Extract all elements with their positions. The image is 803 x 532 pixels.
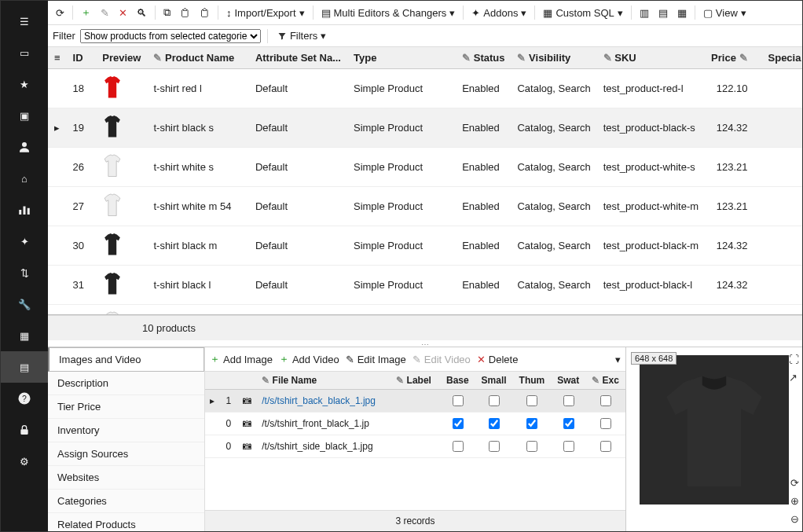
house-icon[interactable]: ⌂ [1,163,48,194]
col-header[interactable]: Type [347,47,456,69]
add-video-btn[interactable]: ＋ Add Video [279,352,339,366]
clipboard-icon[interactable]: 📋︎ [177,6,193,20]
fullscreen-icon[interactable]: ⛶ [789,354,799,365]
delete-icon[interactable]: ✕ [116,6,130,20]
checkbox[interactable] [526,418,537,429]
checkbox[interactable] [600,418,611,429]
table-row[interactable]: 31t-shirt black lDefaultSimple ProductEn… [48,266,802,305]
image-preview[interactable] [640,355,789,504]
import-export-btn[interactable]: ↕ Import/Export ▾ [223,6,308,20]
media-col-header[interactable]: Thum [513,372,552,390]
detail-tab[interactable]: Tier Price [48,395,204,419]
col-header[interactable]: Preview [96,47,147,69]
svg-rect-6 [20,429,28,435]
addons-btn[interactable]: ✦ Addons ▾ [468,6,530,20]
lock-icon[interactable] [1,414,48,446]
custom-sql-btn[interactable]: ▦ Custom SQL ▾ [540,6,625,20]
add-icon[interactable]: ＋ [78,4,94,21]
pencil-icon[interactable]: ✎ [97,6,112,20]
detail-tab[interactable]: Categories [48,490,204,513]
checkbox[interactable] [563,418,574,429]
checkbox[interactable] [563,395,574,406]
tiles-icon[interactable]: ▦ [1,320,48,351]
media-row[interactable]: ▸1📷︎/t/s/tshirt_back_black_1.jpg [205,390,625,413]
table-row[interactable]: 26t-shirt white sDefaultSimple ProductEn… [48,148,802,187]
paste-icon[interactable]: 📋︎ [196,6,213,20]
media-col-header[interactable] [236,372,257,390]
layout2-icon[interactable]: ▤ [655,6,671,20]
checkbox[interactable] [600,441,611,452]
filter-select[interactable]: Show products from selected categories [80,29,261,43]
delete-btn[interactable]: ✕ Delete [477,354,519,365]
checkbox[interactable] [526,441,537,452]
help-icon[interactable]: ? [1,383,48,414]
media-row[interactable]: 0📷︎/t/s/tshirt_front_black_1.jp [205,413,625,435]
checkbox[interactable] [489,441,500,452]
media-col-header[interactable]: ✎ Label [391,372,440,390]
checkbox[interactable] [453,441,464,452]
multi-editors-btn[interactable]: ▤ Multi Editors & Changers ▾ [318,6,459,20]
col-header[interactable]: ✎ Visibility [511,47,596,69]
zoom-in-icon[interactable]: ⊕ [790,495,799,507]
refresh-icon[interactable]: ⟳ [53,6,68,20]
col-header[interactable]: ID [67,47,97,69]
search-icon[interactable]: 🔍︎ [134,6,150,20]
wrench-icon[interactable]: 🔧 [1,288,48,320]
star-icon[interactable]: ★ [1,68,48,100]
puzzle-icon[interactable]: ✦ [1,226,48,257]
detail-tab[interactable]: Description [48,372,204,395]
col-header[interactable]: ✎ SKU [597,47,705,69]
inbox-icon[interactable]: ▣ [1,100,48,131]
layout3-icon[interactable]: ▦ [674,6,690,20]
external-icon[interactable]: ↗ [789,372,799,383]
table-row[interactable]: 18t-shirt red lDefaultSimple ProductEnab… [48,69,802,108]
table-row[interactable]: ▸19t-shirt black sDefaultSimple ProductE… [48,108,802,148]
checkbox[interactable] [453,395,464,406]
media-row[interactable]: 0📷︎/t/s/tshirt_side_black_1.jpg [205,435,625,458]
col-header[interactable]: Price ✎ [705,47,761,69]
layout1-icon[interactable]: ▥ [636,6,652,20]
checkbox[interactable] [563,441,574,452]
checkbox[interactable] [489,395,500,406]
col-header[interactable]: ✎ Product Name [147,47,248,69]
media-menu-icon[interactable]: ▾ [615,354,621,365]
checkbox[interactable] [489,418,500,429]
copy-icon[interactable]: ⧉ [160,5,174,20]
filters-btn[interactable]: Filters ▾ [274,28,329,43]
chart-icon[interactable] [1,194,48,226]
media-col-header[interactable]: Swat [551,372,585,390]
add-image-btn[interactable]: ＋ Add Image [210,352,273,366]
media-col-header[interactable]: Small [475,372,513,390]
checkbox[interactable] [526,395,537,406]
table-row[interactable]: 27t-shirt white m 54DefaultSimple Produc… [48,187,802,226]
media-col-header[interactable]: Base [440,372,475,390]
detail-tab[interactable]: Assign Sources [48,442,204,466]
checkbox[interactable] [453,418,464,429]
menu-icon[interactable]: ☰ [1,6,48,37]
gear-icon[interactable]: ⚙ [1,446,48,477]
detail-tab[interactable]: Websites [48,466,204,490]
open-box-icon[interactable]: ▤ [1,351,48,383]
table-row[interactable]: 149t-shirt white l-12345DefaultConfigura… [48,305,802,316]
user-icon[interactable] [1,131,48,163]
rotate-icon[interactable]: ⟳ [790,477,799,489]
media-count: 3 records [395,515,434,526]
edit-image-btn[interactable]: ✎ Edit Image [346,354,406,365]
detail-tab[interactable]: Inventory [48,419,204,442]
media-col-header[interactable]: ✎ File Name [257,372,391,390]
media-col-header[interactable] [205,372,221,390]
transfer-icon[interactable]: ⇅ [1,257,48,288]
col-header[interactable]: Specia [762,47,802,69]
splitter[interactable]: ⋯ [48,340,802,347]
col-header[interactable]: Attribute Set Na... [249,47,347,69]
media-col-header[interactable]: ✎ Exc [585,372,625,390]
detail-tab[interactable]: Related Products [48,513,204,531]
view-btn[interactable]: ▢ View ▾ [700,6,750,20]
checkbox[interactable] [600,395,611,406]
table-row[interactable]: 30t-shirt black mDefaultSimple ProductEn… [48,226,802,266]
media-col-header[interactable] [221,372,236,390]
zoom-out-icon[interactable]: ⊖ [790,513,799,525]
col-header[interactable]: ✎ Status [456,47,511,69]
detail-tab[interactable]: Images and Video [48,347,204,372]
store-icon[interactable]: ▭ [1,37,48,68]
